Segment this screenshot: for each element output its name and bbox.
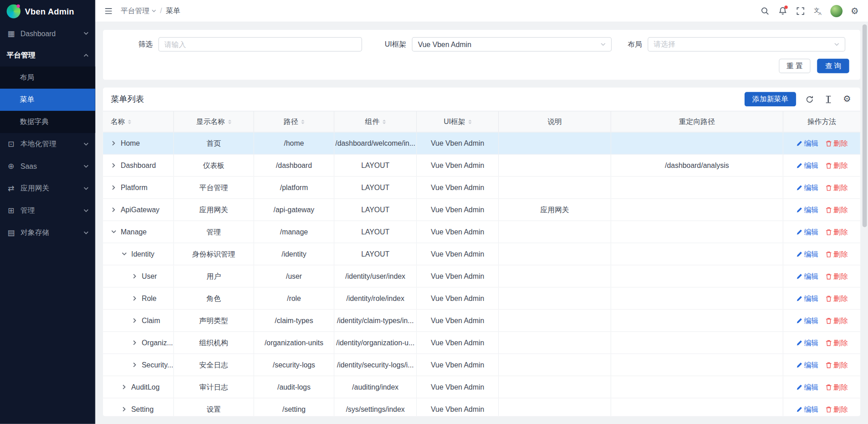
delete-link[interactable]: 删除 xyxy=(825,182,848,192)
delete-link[interactable]: 删除 xyxy=(825,315,848,325)
table-row[interactable]: Security... 安全日志 /security-logs /identit… xyxy=(103,354,860,376)
delete-link[interactable]: 删除 xyxy=(825,271,848,281)
expand-icon[interactable] xyxy=(110,229,117,235)
scrollbar-thumb[interactable] xyxy=(863,24,867,227)
table-row[interactable]: Claim 声明类型 /claim-types /identity/claim-… xyxy=(103,310,860,332)
sidebar-item-localization[interactable]: ⊡ 本地化管理 xyxy=(0,133,95,155)
column-header-name[interactable]: 名称 xyxy=(103,111,174,132)
edit-link[interactable]: 编辑 xyxy=(796,404,818,414)
edit-link[interactable]: 编辑 xyxy=(796,182,818,192)
delete-link[interactable]: 删除 xyxy=(825,160,848,170)
edit-link[interactable]: 编辑 xyxy=(796,227,818,237)
edit-link[interactable]: 编辑 xyxy=(796,360,818,370)
edit-link[interactable]: 编辑 xyxy=(796,382,818,392)
table-row[interactable]: Organiz... 组织机构 /organization-units /ide… xyxy=(103,332,860,354)
menu-name-cell: ApiGateway xyxy=(103,199,174,221)
sort-icon[interactable] xyxy=(228,119,231,124)
column-header-component[interactable]: 组件 xyxy=(335,111,417,132)
filter-keyword-input[interactable] xyxy=(158,37,362,52)
chevron-down-icon xyxy=(84,231,89,234)
column-header-display-name[interactable]: 显示名称 xyxy=(174,111,254,132)
edit-link[interactable]: 编辑 xyxy=(796,315,818,325)
delete-link[interactable]: 删除 xyxy=(825,293,848,303)
delete-link[interactable]: 删除 xyxy=(825,227,848,237)
edit-link[interactable]: 编辑 xyxy=(796,338,818,348)
expand-icon[interactable] xyxy=(110,140,117,147)
table-row[interactable]: AuditLog 审计日志 /audit-logs /auditing/inde… xyxy=(103,376,860,398)
sort-icon[interactable] xyxy=(128,119,131,124)
avatar[interactable] xyxy=(830,5,843,17)
sidebar-item-platform[interactable]: 平台管理 xyxy=(0,44,95,67)
component-cell: /identity/user/index xyxy=(335,266,417,287)
sidebar-item-object-storage[interactable]: ▤ 对象存储 xyxy=(0,222,95,244)
notification-bell-icon[interactable] xyxy=(775,3,790,19)
sidebar-collapse-icon[interactable] xyxy=(101,3,116,19)
table-row[interactable]: Manage 管理 /manage LAYOUT Vue Vben Admin … xyxy=(103,221,860,243)
edit-link[interactable]: 编辑 xyxy=(796,293,818,303)
expand-icon[interactable] xyxy=(131,273,138,280)
delete-link[interactable]: 删除 xyxy=(825,138,848,148)
expand-icon[interactable] xyxy=(110,184,117,191)
expand-icon[interactable] xyxy=(110,162,117,169)
table-row[interactable]: Platform 平台管理 /platform LAYOUT Vue Vben … xyxy=(103,177,860,199)
edit-link[interactable]: 编辑 xyxy=(796,205,818,214)
table-row[interactable]: Setting 设置 /setting /sys/settings/index … xyxy=(103,398,860,416)
sidebar-item-dashboard[interactable]: ▦ Dashboard xyxy=(0,22,95,44)
table-row[interactable]: Home 首页 /home /dashboard/welcome/in... V… xyxy=(103,133,860,155)
table-toolbar: 添加新菜单 ⚙ xyxy=(745,92,853,106)
refresh-icon[interactable] xyxy=(804,94,815,105)
table-row[interactable]: Dashboard 仪表板 /dashboard LAYOUT Vue Vben… xyxy=(103,155,860,177)
actions-cell: 编辑 删除 xyxy=(783,133,860,154)
edit-link[interactable]: 编辑 xyxy=(796,249,818,259)
column-header-path[interactable]: 路径 xyxy=(254,111,335,132)
app-logo[interactable]: Vben Admin xyxy=(0,0,95,22)
sort-icon[interactable] xyxy=(468,119,471,124)
sort-icon[interactable] xyxy=(382,119,386,124)
row-height-icon[interactable] xyxy=(823,94,834,105)
sidebar-item-data-dictionary[interactable]: 数据字典 xyxy=(0,111,95,133)
sidebar-item-saas[interactable]: ⊕ Saas xyxy=(0,155,95,177)
actions-cell: 编辑 删除 xyxy=(783,177,860,199)
delete-link[interactable]: 删除 xyxy=(825,249,848,259)
description-cell xyxy=(499,354,611,376)
sidebar-item-manage[interactable]: ⊞ 管理 xyxy=(0,200,95,222)
table-row[interactable]: ApiGateway 应用网关 /api-gateway LAYOUT Vue … xyxy=(103,199,860,221)
expand-icon[interactable] xyxy=(110,206,117,213)
breadcrumb-parent[interactable]: 平台管理 xyxy=(121,6,156,16)
table-row[interactable]: Identity 身份标识管理 /identity LAYOUT Vue Vbe… xyxy=(103,243,860,266)
delete-link[interactable]: 删除 xyxy=(825,338,848,348)
sidebar-item-layout[interactable]: 布局 xyxy=(0,67,95,89)
table-row[interactable]: Role 角色 /role /identity/role/index Vue V… xyxy=(103,288,860,310)
column-header-framework[interactable]: UI框架 xyxy=(417,111,499,132)
reset-button[interactable]: 重 置 xyxy=(779,59,811,73)
table-settings-icon[interactable]: ⚙ xyxy=(841,94,852,105)
expand-icon[interactable] xyxy=(131,317,138,324)
breadcrumb-current[interactable]: 菜单 xyxy=(166,6,180,16)
expand-icon[interactable] xyxy=(131,362,138,368)
fullscreen-icon[interactable] xyxy=(793,3,808,19)
query-button[interactable]: 查 询 xyxy=(817,59,849,73)
settings-gear-icon[interactable]: ⚙ xyxy=(847,3,862,19)
sidebar-item-api-gateway[interactable]: ⇄ 应用网关 xyxy=(0,177,95,200)
sidebar-item-menu[interactable]: 菜单 xyxy=(0,89,95,111)
edit-link[interactable]: 编辑 xyxy=(796,138,818,148)
delete-link[interactable]: 删除 xyxy=(825,360,848,370)
edit-link[interactable]: 编辑 xyxy=(796,271,818,281)
expand-icon[interactable] xyxy=(121,406,127,413)
translate-icon[interactable]: 文A xyxy=(811,3,826,19)
delete-link[interactable]: 删除 xyxy=(825,404,848,414)
layout-select[interactable]: 请选择 xyxy=(648,37,845,52)
table-row[interactable]: User 用户 /user /identity/user/index Vue V… xyxy=(103,266,860,288)
add-menu-button[interactable]: 添加新菜单 xyxy=(745,92,796,106)
expand-icon[interactable] xyxy=(131,295,138,302)
expand-icon[interactable] xyxy=(121,251,127,257)
search-icon[interactable] xyxy=(757,3,773,19)
edit-link[interactable]: 编辑 xyxy=(796,160,818,170)
framework-select[interactable]: Vue Vben Admin xyxy=(412,37,612,52)
edit-pencil-icon xyxy=(796,406,802,413)
delete-link[interactable]: 删除 xyxy=(825,382,848,392)
expand-icon[interactable] xyxy=(131,339,138,346)
sort-icon[interactable] xyxy=(301,119,304,124)
delete-link[interactable]: 删除 xyxy=(825,205,848,214)
expand-icon[interactable] xyxy=(121,384,127,391)
